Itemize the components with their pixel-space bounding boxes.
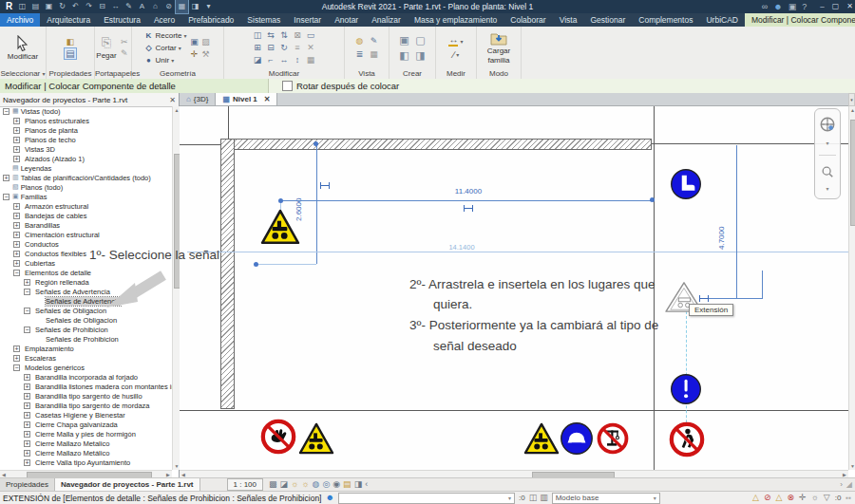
expand-toggle-icon[interactable]: +	[3, 175, 10, 181]
link-unloaded-icon[interactable]: ⊘	[764, 492, 771, 504]
navigation-bar[interactable]: ▾ ▾	[814, 108, 841, 199]
tree-item[interactable]: − ▦ Vistas (todo)	[0, 106, 172, 116]
dimension-grip[interactable]	[650, 197, 655, 202]
demolish-icon[interactable]: ⚒	[200, 49, 212, 59]
tree-item-label[interactable]: Señales de Obligacion	[46, 316, 117, 325]
linework-icon[interactable]: ✎	[369, 36, 380, 46]
reveal-hidden-icon[interactable]: ▤	[343, 478, 352, 491]
dimension-value[interactable]: 4.7000	[717, 227, 726, 250]
family-types-icon[interactable]: ◧	[65, 37, 76, 47]
minimize-icon[interactable]: –	[820, 0, 824, 13]
tree-item-label[interactable]: Emplazamiento	[25, 345, 74, 353]
expand-toggle-icon[interactable]: +	[13, 251, 20, 257]
user-account-icon[interactable]: ☻	[773, 0, 782, 13]
tree-item[interactable]: + Barandilla tipo sargento de husillo	[0, 391, 172, 401]
cut-icon[interactable]: ✂	[119, 37, 130, 47]
tree-item[interactable]: + Cierre Valla tipo Ayuntamiento	[0, 457, 172, 467]
text-icon[interactable]: A	[136, 0, 148, 13]
tree-item[interactable]: + Alzados (Alzado 1)	[0, 154, 172, 163]
expand-toggle-icon[interactable]: +	[13, 355, 20, 362]
tree-item-label[interactable]: Barandilla listones madera con montantes…	[35, 383, 172, 391]
zoom-icon[interactable]	[821, 165, 834, 178]
expand-toggle-icon[interactable]: +	[13, 222, 20, 229]
design-options-icon[interactable]: ◫	[529, 492, 538, 504]
ribbon-tab[interactable]: Vista	[553, 13, 584, 27]
views-icon[interactable]: ◫	[16, 0, 28, 13]
tree-item[interactable]: + Barandilla listones madera con montant…	[0, 382, 172, 391]
ribbon-tab[interactable]: Arquitectura	[40, 13, 97, 27]
sign-general-warning-exclamation[interactable]	[670, 373, 702, 405]
expand-toggle-icon[interactable]: +	[24, 383, 30, 390]
expand-toggle-icon[interactable]: +	[13, 345, 20, 352]
expand-toggle-icon[interactable]: +	[13, 137, 20, 143]
drawing-canvas[interactable]: 2.6000 11.4000 14.1400 4.7000	[180, 106, 848, 470]
cut-geometry-button[interactable]: ◇Cortar▾	[143, 42, 186, 53]
expand-toggle-icon[interactable]: +	[24, 421, 30, 428]
scroll-right-icon[interactable]: ›	[840, 480, 843, 489]
worksharing-user-icon[interactable]: ☻	[325, 492, 333, 504]
dimension-line[interactable]	[281, 200, 654, 201]
panel-label-seleccionar[interactable]: Seleccionar ▾	[0, 68, 46, 79]
dimension-line[interactable]	[187, 252, 848, 252]
temporary-hide-icon[interactable]: ◉	[332, 478, 340, 491]
create-similar-icon[interactable]: ▢	[415, 34, 427, 47]
expand-toggle-icon[interactable]: +	[24, 431, 30, 438]
measure-button[interactable]: ↔▾	[448, 35, 463, 47]
search-icon[interactable]: ∞	[762, 0, 768, 13]
tree-item-label[interactable]: Cierre Mallazo Metálico	[35, 449, 109, 457]
load-family-button[interactable]: Cargar familia	[487, 31, 510, 65]
copy-icon[interactable]: ⊞	[251, 43, 264, 52]
tree-item[interactable]: + Vistas 3D	[0, 144, 172, 154]
temporary-view-properties-icon[interactable]: ◨	[354, 478, 363, 491]
palette-tab[interactable]: Navegador de proyectos - Parte 1.rvt	[55, 478, 200, 491]
ribbon-tab[interactable]: Anotar	[328, 13, 365, 27]
tree-item-label[interactable]: Señales de Prohibicion	[35, 326, 108, 334]
tree-item[interactable]: + Casetas Higiene y Bienestar	[0, 410, 172, 420]
ribbon-tab[interactable]: Acero	[147, 13, 181, 27]
dimension-button[interactable]: ∕▾	[453, 49, 460, 60]
tree-item-label[interactable]: Cierre Chapa galvanizada	[35, 420, 118, 429]
sign-mandatory-footwear[interactable]	[670, 168, 702, 200]
tree-item-label[interactable]: Señales de Prohibicion	[46, 335, 119, 344]
ribbon-tab[interactable]: Sistemas	[240, 13, 287, 27]
trim-icon[interactable]: ≡	[291, 43, 304, 52]
move-icon[interactable]: ⇆	[264, 30, 277, 40]
split-icon[interactable]: ✕	[304, 43, 317, 52]
tree-item-label[interactable]: Leyendas	[21, 164, 52, 173]
tree-item-label[interactable]: Vistas 3D	[25, 145, 55, 154]
sign-prohibition-no-touching[interactable]	[260, 419, 296, 455]
tree-item[interactable]: + Barandilla tipo sargento de mordaza	[0, 401, 172, 410]
expand-toggle-icon[interactable]: +	[13, 213, 20, 219]
sign-warning-machinery[interactable]	[522, 422, 560, 455]
dimension-grip[interactable]	[254, 262, 258, 267]
tree-item-label[interactable]: Planos (todo)	[21, 183, 64, 192]
offset-icon[interactable]: ⇅	[277, 30, 291, 40]
grid-icon[interactable]: ▦	[304, 55, 317, 65]
tree-item[interactable]: + Armazón estructural	[0, 201, 172, 211]
tree-item[interactable]: + Planos de techo	[0, 135, 172, 144]
ribbon-tab[interactable]: UrbiCAD	[699, 13, 745, 27]
tree-item[interactable]: − ▣ Familias	[0, 192, 172, 201]
expand-toggle-icon[interactable]: +	[13, 127, 20, 134]
worksharing-dropdown[interactable]: ▾	[338, 493, 515, 504]
modify-button[interactable]: Modificar	[8, 35, 38, 61]
cut-profile-icon[interactable]: ≣	[354, 49, 366, 59]
tree-item-label[interactable]: Cubiertas	[25, 259, 55, 268]
drag-elements-icon[interactable]: ✛	[799, 492, 807, 504]
save-icon[interactable]: ▣	[43, 0, 55, 13]
expand-toggle-icon[interactable]: −	[24, 327, 30, 333]
ribbon-tab[interactable]: Analizar	[365, 13, 408, 27]
rotate-after-place-option[interactable]: Rotar después de colocar	[269, 81, 399, 91]
expand-toggle-icon[interactable]: −	[3, 108, 10, 115]
tree-item-label[interactable]: Cierre Valla tipo Ayuntamiento	[35, 458, 130, 467]
expand-toggle-icon[interactable]: +	[13, 232, 20, 238]
open-icon[interactable]: ▤	[29, 0, 42, 13]
paint-icon[interactable]: ✛	[189, 49, 200, 59]
dimension-line[interactable]	[316, 145, 317, 264]
default-3d-view-icon[interactable]: ⌂	[149, 0, 162, 13]
expand-toggle-icon[interactable]: +	[13, 118, 20, 124]
beam-joins-icon[interactable]: ▨	[200, 37, 212, 47]
tree-item[interactable]: + Cierre Mallazo Metalico	[0, 439, 172, 448]
ribbon-tab[interactable]: Insertar	[287, 13, 328, 27]
sign-prohibition-no-pedestrians[interactable]	[669, 421, 705, 457]
